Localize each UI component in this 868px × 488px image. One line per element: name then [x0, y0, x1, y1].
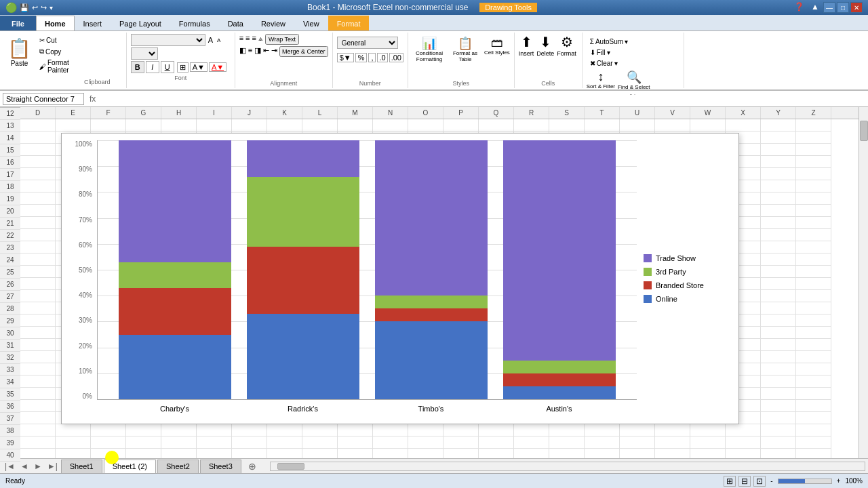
italic-button[interactable]: I	[146, 61, 159, 73]
grid-cell[interactable]	[56, 449, 91, 458]
grid-cell[interactable]	[761, 156, 796, 168]
grid-cell[interactable]	[126, 449, 161, 458]
grid-cell[interactable]	[232, 436, 267, 449]
delete-button[interactable]: ⬇ Delete	[536, 34, 554, 57]
grid-cell[interactable]	[796, 363, 831, 375]
conditional-formatting-button[interactable]: 📊 Conditional Formatting	[412, 36, 446, 63]
grid-cell[interactable]	[20, 156, 56, 168]
col-header-S[interactable]: S	[549, 107, 585, 119]
grid-cell[interactable]	[796, 436, 831, 449]
font-name-select[interactable]	[131, 34, 205, 46]
decimal-increase-icon[interactable]: .0	[377, 53, 387, 62]
grid-cell[interactable]	[91, 119, 126, 131]
orient-icon[interactable]: ⟁	[258, 34, 263, 45]
grid-cell[interactable]	[796, 144, 831, 156]
grid-cell[interactable]	[197, 119, 232, 131]
grid-cell[interactable]	[761, 375, 796, 388]
grid-cell[interactable]	[796, 253, 831, 266]
grid-cell[interactable]	[796, 327, 831, 339]
grid-cell[interactable]	[20, 302, 56, 314]
grid-cell[interactable]	[655, 436, 690, 449]
grid-cell[interactable]	[655, 424, 690, 436]
col-header-O[interactable]: O	[408, 107, 443, 119]
grid-cell[interactable]	[796, 229, 831, 241]
grid-cell[interactable]	[408, 449, 443, 458]
grid-cell[interactable]	[373, 424, 408, 436]
col-header-T[interactable]: T	[585, 107, 620, 119]
grid-cell[interactable]	[761, 449, 796, 458]
grid-cell[interactable]	[726, 424, 761, 436]
quick-access-undo[interactable]: ↩	[32, 3, 38, 12]
grid-cell[interactable]	[126, 436, 161, 449]
grid-cell[interactable]	[20, 412, 56, 424]
grid-cell[interactable]	[796, 449, 831, 458]
grid-cell[interactable]	[796, 314, 831, 327]
grid-cell[interactable]	[20, 339, 56, 351]
grid-cell[interactable]	[20, 168, 56, 180]
align-top-icon[interactable]: ≡	[239, 34, 243, 45]
grid-cell[interactable]	[161, 449, 197, 458]
grid-cell[interactable]	[796, 241, 831, 253]
grid-cell[interactable]	[20, 131, 56, 144]
grid-cell[interactable]	[20, 290, 56, 302]
grid-cell[interactable]	[232, 119, 267, 131]
font-color-icon[interactable]: A▼	[209, 62, 226, 72]
grid-cell[interactable]	[796, 388, 831, 400]
zoom-slider[interactable]	[778, 479, 832, 484]
grid-cell[interactable]	[443, 119, 479, 131]
grid-cell[interactable]	[761, 278, 796, 290]
grid-cell[interactable]	[796, 192, 831, 205]
grid-cell[interactable]	[197, 436, 232, 449]
grid-cell[interactable]	[373, 449, 408, 458]
comma-icon[interactable]: ,	[368, 53, 376, 62]
grid-cell[interactable]	[620, 119, 655, 131]
number-format-select[interactable]: General	[337, 37, 398, 49]
tab-format[interactable]: Format	[328, 16, 370, 30]
currency-icon[interactable]: $▼	[337, 53, 354, 62]
grid-cell[interactable]	[761, 241, 796, 253]
grid-cell[interactable]	[443, 449, 479, 458]
grid-cell[interactable]	[20, 229, 56, 241]
border-icon[interactable]: ⊞	[177, 62, 189, 73]
grid-cell[interactable]	[302, 424, 338, 436]
grid-cell[interactable]	[761, 327, 796, 339]
grid-cell[interactable]	[796, 302, 831, 314]
grid-cell[interactable]	[620, 424, 655, 436]
grid-cell[interactable]	[796, 168, 831, 180]
grid-cell[interactable]	[796, 131, 831, 144]
grid-cell[interactable]	[761, 412, 796, 424]
grid-cell[interactable]	[302, 119, 338, 131]
grid-cell[interactable]	[479, 424, 514, 436]
col-header-D[interactable]: D	[20, 107, 56, 119]
col-header-M[interactable]: M	[338, 107, 373, 119]
format-as-table-button[interactable]: 📋 Format as Table	[448, 36, 482, 63]
grid-cell[interactable]	[338, 119, 373, 131]
grid-cell[interactable]	[761, 302, 796, 314]
page-break-button[interactable]: ⊡	[753, 476, 766, 487]
grid-cell[interactable]	[549, 436, 585, 449]
col-header-K[interactable]: K	[267, 107, 302, 119]
grid-cell[interactable]	[161, 436, 197, 449]
grid-cell[interactable]	[197, 424, 232, 436]
grid-cell[interactable]	[585, 424, 620, 436]
grid-cell[interactable]	[796, 266, 831, 278]
grid-cell[interactable]	[408, 436, 443, 449]
horizontal-scrollbar[interactable]	[270, 462, 865, 471]
bold-button[interactable]: B	[131, 61, 144, 73]
clear-button[interactable]: ✖ Clear ▾	[587, 58, 621, 68]
grid-cell[interactable]	[690, 449, 726, 458]
grid-cell[interactable]	[796, 278, 831, 290]
font-size-decrease[interactable]: A	[207, 36, 214, 44]
insert-button[interactable]: ⬆ Insert	[519, 34, 534, 57]
grid-cell[interactable]	[20, 205, 56, 217]
grid-cell[interactable]	[479, 436, 514, 449]
grid-cell[interactable]	[761, 131, 796, 144]
col-header-R[interactable]: R	[514, 107, 549, 119]
grid-cell[interactable]	[796, 119, 831, 131]
tab-file[interactable]: File	[0, 16, 36, 30]
col-header-N[interactable]: N	[373, 107, 408, 119]
grid-cell[interactable]	[20, 253, 56, 266]
quick-access-redo[interactable]: ↪	[41, 3, 47, 12]
grid-cell[interactable]	[20, 119, 56, 131]
cut-button[interactable]: ✂ Cut	[36, 35, 73, 45]
